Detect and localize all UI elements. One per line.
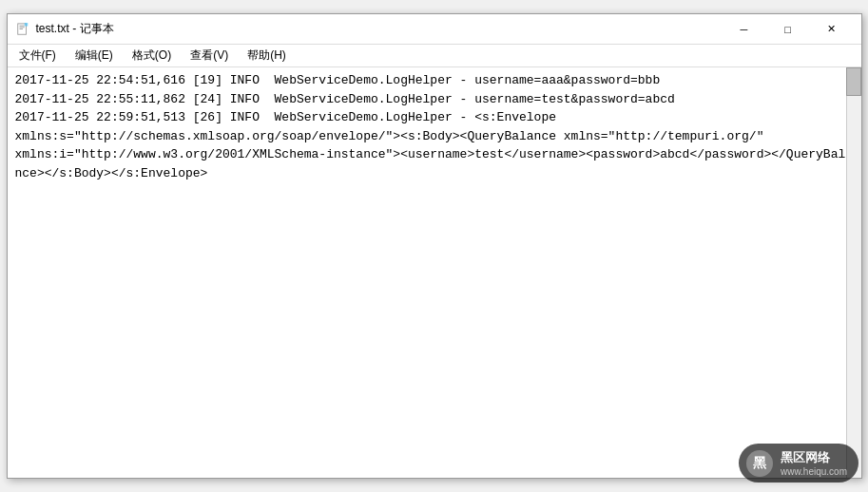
svg-rect-4 xyxy=(24,23,28,27)
log-text: 2017-11-25 22:54:51,616 [19] INFO WebSer… xyxy=(15,71,854,182)
watermark: 黑 黑区网络 www.heiqu.com xyxy=(739,444,858,483)
maximize-button[interactable]: □ xyxy=(766,14,810,45)
title-bar: test.txt - 记事本 ─ □ ✕ xyxy=(8,14,861,45)
title-bar-left: test.txt - 记事本 xyxy=(15,21,114,37)
watermark-logo: 黑 xyxy=(746,450,773,477)
menu-view[interactable]: 查看(V) xyxy=(183,46,236,66)
content-area[interactable]: 2017-11-25 22:54:51,616 [19] INFO WebSer… xyxy=(8,67,861,478)
menu-help[interactable]: 帮助(H) xyxy=(240,46,294,66)
svg-rect-2 xyxy=(19,27,24,28)
menu-edit[interactable]: 编辑(E) xyxy=(68,46,121,66)
watermark-url: www.heiqu.com xyxy=(781,466,847,477)
menu-format[interactable]: 格式(O) xyxy=(125,46,179,66)
svg-rect-1 xyxy=(19,25,24,26)
watermark-name: 黑区网络 xyxy=(781,449,847,466)
notepad-icon xyxy=(15,22,30,37)
watermark-text: 黑区网络 www.heiqu.com xyxy=(781,449,847,477)
menu-bar: 文件(F) 编辑(E) 格式(O) 查看(V) 帮助(H) xyxy=(8,45,861,67)
close-button[interactable]: ✕ xyxy=(810,14,854,45)
menu-file[interactable]: 文件(F) xyxy=(11,46,64,66)
scrollbar-track[interactable] xyxy=(846,67,861,478)
notepad-window: test.txt - 记事本 ─ □ ✕ 文件(F) 编辑(E) 格式(O) 查… xyxy=(7,13,862,479)
scrollbar-thumb[interactable] xyxy=(846,67,861,96)
minimize-button[interactable]: ─ xyxy=(723,14,766,45)
window-title: test.txt - 记事本 xyxy=(36,21,114,37)
window-controls: ─ □ ✕ xyxy=(723,14,854,45)
svg-rect-3 xyxy=(19,28,23,29)
